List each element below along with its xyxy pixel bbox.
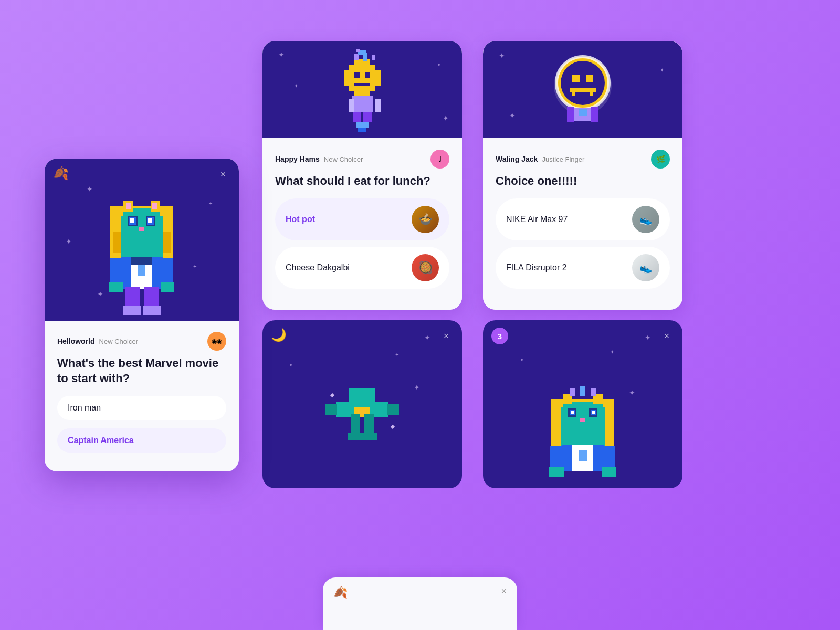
svg-rect-13 [375, 99, 381, 112]
avatar-badge: 🌿 [651, 150, 670, 169]
svg-rect-14 [353, 112, 361, 122]
close-button-bottom[interactable]: × [501, 586, 507, 597]
question-title: What should I eat for lunch? [275, 174, 449, 189]
username: Helloworld [57, 337, 95, 345]
svg-rect-42 [161, 282, 174, 292]
svg-rect-94 [579, 450, 587, 461]
cheese-image: 🥘 [412, 254, 439, 281]
user-row: Happy Hams New Choicer ♩ [275, 150, 449, 169]
avatar-badge: ♩ [430, 150, 449, 169]
svg-rect-5 [354, 72, 360, 78]
star-decor: ✦ [443, 114, 449, 122]
svg-rect-85 [570, 388, 575, 396]
svg-rect-32 [148, 218, 152, 223]
svg-rect-19 [356, 49, 360, 52]
username: Waling Jack [496, 155, 538, 163]
svg-rect-69 [348, 433, 362, 440]
choice-item-nike[interactable]: NIKE Air Max 97 👟 [496, 198, 670, 240]
choice-label: Captain America [68, 436, 134, 445]
star-decor: ✦ [645, 333, 651, 342]
star-decor: ✦ [414, 383, 420, 392]
star-decor: ✦ [610, 349, 614, 355]
svg-rect-87 [591, 388, 596, 396]
svg-rect-15 [363, 112, 372, 122]
star-decor: ✦ [294, 83, 298, 89]
leaf-icon-bottom: 🍂 [333, 586, 348, 600]
star-decor: ✦ [520, 357, 524, 363]
svg-rect-11 [352, 96, 373, 112]
svg-rect-59 [591, 107, 598, 122]
svg-rect-44 [144, 287, 159, 308]
star-decor: ✦ [424, 333, 430, 342]
svg-rect-39 [110, 258, 122, 285]
choice-item-fila[interactable]: FILA Disruptor 2 👟 [496, 247, 670, 289]
svg-rect-86 [580, 386, 585, 396]
close-button[interactable]: × [216, 167, 230, 182]
svg-rect-12 [349, 99, 354, 112]
moon-icon: 🌙 [271, 328, 287, 342]
svg-rect-67 [351, 414, 360, 435]
svg-rect-33 [139, 227, 144, 231]
question-title: Choice one!!!!! [496, 174, 670, 189]
close-button[interactable]: × [439, 329, 454, 343]
choice-item-ironman[interactable]: Iron man [57, 396, 226, 420]
star-decor: ✦ [208, 201, 213, 206]
svg-rect-46 [143, 306, 161, 315]
svg-rect-82 [571, 411, 574, 414]
svg-rect-16 [356, 122, 369, 128]
svg-rect-38 [131, 257, 152, 265]
svg-rect-83 [592, 411, 595, 414]
svg-rect-35 [163, 232, 171, 253]
card-top-center-content: Helloworld New Choicer ◉◉ What's the bes… [45, 321, 239, 471]
svg-rect-65 [326, 404, 337, 415]
star-decor: ✦ [395, 352, 399, 358]
svg-rect-75 [563, 402, 603, 433]
hotpot-image: 🍲 [412, 206, 439, 233]
star-decor: ✦ [629, 388, 635, 397]
user-row: Waling Jack Justice Finger 🌿 [496, 150, 670, 169]
svg-rect-72 [391, 425, 395, 429]
pixel-sun-character [326, 49, 399, 138]
star-decor: ✦ [437, 62, 441, 68]
choice-label: Hot pot [286, 215, 315, 224]
star-decor: ✦ [87, 185, 93, 193]
svg-rect-34 [113, 232, 121, 253]
star-decor: ✦ [499, 51, 505, 60]
fila-image: 👟 [632, 254, 659, 281]
svg-rect-54 [572, 92, 575, 96]
user-row: Helloworld New Choicer ◉◉ [57, 332, 226, 351]
svg-rect-47 [138, 265, 145, 276]
svg-rect-66 [387, 404, 399, 415]
card-top-right-image-area: ✦ ✦ ✦ [483, 41, 682, 138]
choice-item-cheese[interactable]: Cheese Dakgalbi 🥘 [275, 247, 449, 289]
choice-label: NIKE Air Max 97 [506, 215, 568, 224]
card-bottom-center-peek: 🍂 × [323, 578, 517, 630]
svg-rect-1 [344, 70, 349, 86]
question-title: What's the best Marvel movie to start wi… [57, 356, 226, 386]
svg-rect-25 [126, 203, 131, 209]
svg-rect-8 [354, 54, 359, 60]
pixel-robot-bottom-left [320, 383, 404, 488]
close-button[interactable]: × [659, 329, 674, 343]
choice-item-hotpot[interactable]: Hot pot 🍲 [275, 198, 449, 240]
svg-rect-84 [580, 418, 585, 422]
svg-rect-40 [162, 258, 173, 285]
choice-item-captain[interactable]: Captain America [57, 428, 226, 453]
star-decor: ✦ [660, 67, 664, 73]
svg-rect-17 [358, 128, 366, 132]
number-badge: 3 [491, 328, 508, 344]
svg-rect-2 [375, 70, 381, 86]
svg-rect-7 [354, 83, 370, 86]
card-top-center: 🍂 × ✦ ✦ ✦ ✦ ✦ [45, 159, 239, 471]
pixel-cat-character [100, 180, 184, 321]
svg-rect-0 [349, 65, 375, 91]
card-bottom-right: 3 × ✦ ✦ ✦ ✦ [483, 320, 682, 488]
svg-rect-41 [109, 282, 123, 292]
svg-rect-52 [586, 75, 593, 82]
svg-rect-58 [567, 107, 574, 122]
svg-rect-45 [123, 306, 141, 315]
tag: Justice Finger [542, 155, 584, 163]
svg-rect-68 [364, 414, 374, 435]
svg-rect-26 [152, 203, 158, 209]
svg-rect-4 [354, 91, 370, 96]
